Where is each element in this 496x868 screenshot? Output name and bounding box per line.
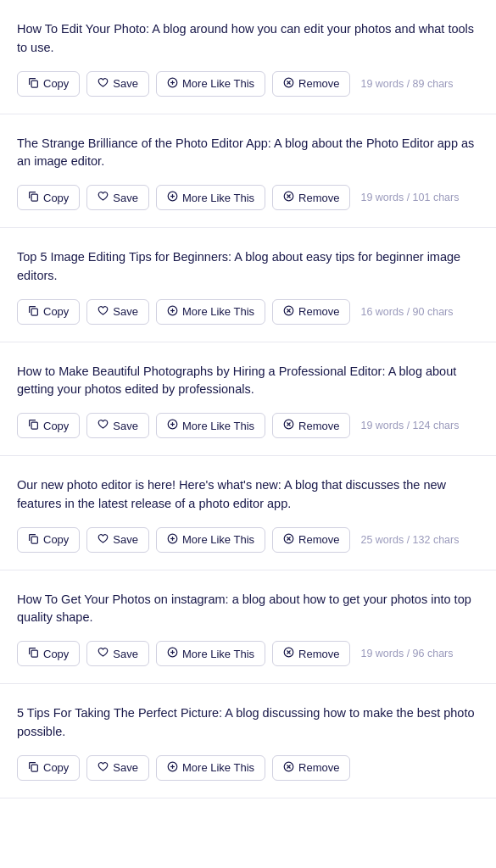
copy-icon [28, 533, 39, 547]
save-label: Save [113, 305, 138, 318]
more-like-this-button[interactable]: More Like This [156, 413, 265, 438]
copy-icon [28, 647, 39, 660]
more-like-this-button[interactable]: More Like This [156, 527, 265, 553]
save-label: Save [113, 761, 138, 774]
remove-button[interactable]: Remove [272, 185, 350, 210]
save-button[interactable]: Save [86, 413, 149, 438]
meta-info: 19 words / 124 chars [360, 420, 459, 431]
save-button[interactable]: Save [86, 527, 149, 553]
action-row: Copy Save More Like This [17, 527, 479, 553]
action-row: Copy Save More Like This [17, 185, 479, 210]
result-card: How To Edit Your Photo: A blog around ho… [0, 0, 496, 114]
remove-button[interactable]: Remove [272, 71, 350, 97]
meta-info: 19 words / 89 chars [360, 78, 453, 90]
more-like-this-label: More Like This [182, 192, 254, 204]
result-card: Our new photo editor is here! Here's wha… [0, 456, 496, 570]
copy-label: Copy [43, 77, 69, 90]
copy-button[interactable]: Copy [17, 185, 80, 210]
more-like-this-label: More Like This [182, 305, 254, 318]
copy-icon [28, 191, 39, 204]
save-button[interactable]: Save [86, 71, 149, 97]
remove-button[interactable]: Remove [272, 641, 350, 666]
heart-icon [98, 533, 109, 547]
x-circle-icon [283, 647, 294, 660]
save-label: Save [113, 533, 138, 546]
copy-icon [28, 761, 39, 775]
result-title: How to Make Beautiful Photographs by Hir… [17, 363, 479, 400]
copy-button[interactable]: Copy [17, 299, 80, 325]
save-label: Save [113, 420, 138, 432]
save-button[interactable]: Save [86, 755, 149, 781]
heart-icon [98, 77, 109, 91]
result-title: How To Edit Your Photo: A blog around ho… [17, 20, 479, 58]
more-like-this-button[interactable]: More Like This [156, 299, 265, 325]
more-like-this-button[interactable]: More Like This [156, 71, 265, 97]
meta-info: 19 words / 101 chars [360, 192, 459, 203]
save-button[interactable]: Save [86, 185, 149, 210]
remove-button[interactable]: Remove [272, 755, 350, 781]
action-row: Copy Save More Like This [17, 413, 479, 438]
save-label: Save [113, 648, 138, 660]
svg-rect-28 [31, 537, 37, 543]
remove-label: Remove [298, 305, 339, 318]
save-button[interactable]: Save [86, 641, 149, 666]
svg-rect-7 [31, 194, 37, 201]
save-label: Save [113, 192, 138, 204]
x-circle-icon [283, 77, 294, 91]
copy-button[interactable]: Copy [17, 413, 80, 438]
copy-button[interactable]: Copy [17, 71, 80, 97]
x-circle-icon [283, 191, 294, 204]
heart-icon [98, 761, 109, 775]
result-title: The Strange Brilliance of the Photo Edit… [17, 135, 479, 172]
copy-button[interactable]: Copy [17, 755, 80, 781]
remove-label: Remove [298, 761, 339, 774]
svg-rect-0 [31, 81, 37, 87]
remove-label: Remove [298, 648, 339, 660]
action-row: Copy Save More Like This [17, 641, 479, 666]
plus-circle-icon [167, 761, 178, 775]
remove-label: Remove [298, 420, 339, 432]
plus-circle-icon [167, 77, 178, 91]
plus-circle-icon [167, 647, 178, 660]
copy-label: Copy [43, 420, 69, 432]
copy-icon [28, 305, 39, 319]
svg-rect-21 [31, 422, 37, 429]
copy-label: Copy [43, 533, 69, 546]
save-button[interactable]: Save [86, 299, 149, 325]
meta-info: 25 words / 132 chars [360, 534, 459, 546]
copy-icon [28, 77, 39, 91]
copy-button[interactable]: Copy [17, 527, 80, 553]
more-like-this-button[interactable]: More Like This [156, 185, 265, 210]
plus-circle-icon [167, 419, 178, 432]
more-like-this-label: More Like This [182, 761, 254, 774]
result-title: How To Get Your Photos on instagram: a b… [17, 591, 479, 628]
more-like-this-label: More Like This [182, 77, 254, 90]
remove-label: Remove [298, 192, 339, 204]
result-title: 5 Tips For Taking The Perfect Picture: A… [17, 704, 479, 742]
x-circle-icon [283, 419, 294, 432]
more-like-this-button[interactable]: More Like This [156, 641, 265, 666]
plus-circle-icon [167, 191, 178, 204]
copy-label: Copy [43, 192, 69, 204]
save-label: Save [113, 77, 138, 90]
action-row: Copy Save More Like This [17, 755, 479, 781]
copy-label: Copy [43, 305, 69, 318]
remove-button[interactable]: Remove [272, 413, 350, 438]
heart-icon [98, 305, 109, 319]
plus-circle-icon [167, 305, 178, 319]
svg-rect-42 [31, 765, 37, 771]
svg-rect-14 [31, 309, 37, 315]
heart-icon [98, 647, 109, 660]
more-like-this-button[interactable]: More Like This [156, 755, 265, 781]
copy-button[interactable]: Copy [17, 641, 80, 666]
heart-icon [98, 419, 109, 432]
remove-label: Remove [298, 533, 339, 546]
more-like-this-label: More Like This [182, 533, 254, 546]
result-card: How to Make Beautiful Photographs by Hir… [0, 342, 496, 457]
remove-button[interactable]: Remove [272, 299, 350, 325]
copy-label: Copy [43, 761, 69, 774]
more-like-this-label: More Like This [182, 648, 254, 660]
copy-label: Copy [43, 648, 69, 660]
remove-button[interactable]: Remove [272, 527, 350, 553]
result-card: Top 5 Image Editing Tips for Beginners: … [0, 228, 496, 342]
